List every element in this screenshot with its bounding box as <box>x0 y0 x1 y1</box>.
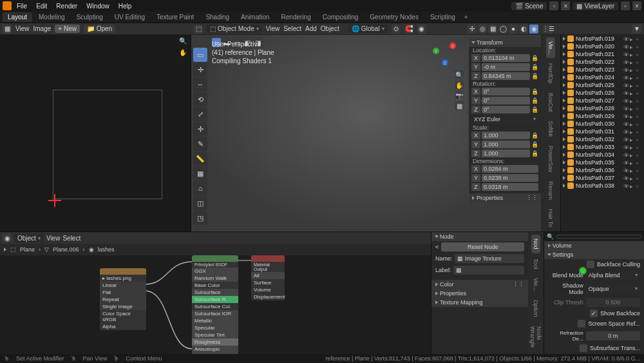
zoom-viewport-icon[interactable]: 🔍 <box>455 70 464 79</box>
transform-tool[interactable]: ✢ <box>193 122 207 136</box>
camera-vis-icon[interactable]: ▸ <box>630 52 636 57</box>
disable-icon[interactable]: ▫ <box>636 98 642 104</box>
camera-vis-icon[interactable]: ▸ <box>630 75 636 81</box>
vp-add-menu[interactable]: Add <box>305 25 317 32</box>
outliner-item[interactable]: NurbsPath.031👁▸▫ <box>561 128 644 135</box>
outliner[interactable]: NurbsPath.019👁▸▫NurbsPath.020👁▸▫NurbsPat… <box>560 35 644 231</box>
image-texture-node[interactable]: ▸ lashes.png Linear Flat Repeat Single I… <box>100 268 146 330</box>
disable-icon[interactable]: ▫ <box>636 36 642 42</box>
camera-vis-icon[interactable]: ▸ <box>630 67 636 73</box>
node-properties-header[interactable]: Properties <box>431 289 528 298</box>
orientation-dropdown[interactable]: 🌐 Global ▾ <box>348 25 388 33</box>
settings-header[interactable]: Settings <box>544 250 644 259</box>
disable-icon[interactable]: ▫ <box>636 121 642 127</box>
outliner-item[interactable]: NurbsPath.020👁▸▫ <box>561 43 644 50</box>
vtab-softkit[interactable]: Softkit <box>546 117 555 141</box>
nav-gizmo[interactable]: X Y Z <box>430 40 457 67</box>
menu-file[interactable]: File <box>13 1 31 11</box>
tab-modeling[interactable]: Modeling <box>33 12 70 22</box>
rot-y-field[interactable]: 0° <box>482 97 530 104</box>
outliner-item[interactable]: NurbsPath.036👁▸▫ <box>561 166 644 174</box>
eye-icon[interactable]: 👁 <box>623 75 629 81</box>
editor-type-3d-icon[interactable]: ⬚ <box>194 25 203 34</box>
properties-search-field[interactable] <box>556 235 641 239</box>
shader-editor-icon[interactable]: ◉ <box>3 233 12 242</box>
camera-vis-icon[interactable]: ▸ <box>630 129 636 135</box>
show-backface-checkbox[interactable] <box>590 309 598 317</box>
pan-viewport-icon[interactable]: ✋ <box>455 81 464 90</box>
dim-x-field[interactable]: 0.0284 m <box>482 165 538 173</box>
camera-vis-icon[interactable]: ▸ <box>630 44 636 50</box>
camera-vis-icon[interactable]: ▸ <box>630 113 636 119</box>
menu-help[interactable]: Help <box>115 1 136 11</box>
nvtab-tool[interactable]: Tool <box>531 255 540 273</box>
eye-icon[interactable]: 👁 <box>623 59 629 65</box>
scale-y-field[interactable]: 1.000 <box>482 141 530 148</box>
eye-icon[interactable]: 👁 <box>623 129 629 135</box>
snap-toggle-icon[interactable]: 🧲 <box>404 25 413 34</box>
shading-wireframe-icon[interactable]: ◯ <box>498 25 507 34</box>
tab-texture[interactable]: Texture Paint <box>151 12 199 22</box>
node-canvas[interactable]: ▸ lashes.png Linear Flat Repeat Single I… <box>0 255 431 363</box>
lock-icon[interactable]: 🔒 <box>531 132 538 139</box>
camera-vis-icon[interactable]: ▸ <box>630 121 636 127</box>
pivot-icon[interactable]: ⊙ <box>392 25 401 34</box>
outliner-item[interactable]: NurbsPath.038👁▸▫ <box>561 182 644 190</box>
shading-material-icon[interactable]: ◐ <box>519 25 528 34</box>
lock-icon[interactable]: 🔒 <box>531 64 538 70</box>
shading-rendered-icon[interactable]: ◉ <box>529 25 538 34</box>
eye-icon[interactable]: 👁 <box>623 183 629 189</box>
disable-icon[interactable]: ▫ <box>636 90 642 96</box>
lock-icon[interactable]: 🔒 <box>531 141 538 148</box>
disable-icon[interactable]: ▫ <box>636 59 642 65</box>
camera-vis-icon[interactable]: ▸ <box>630 36 636 42</box>
outliner-item[interactable]: NurbsPath.023👁▸▫ <box>561 66 644 74</box>
lock-icon[interactable]: 🔒 <box>531 88 538 95</box>
disable-icon[interactable]: ▫ <box>636 144 642 150</box>
subsurface-checkbox[interactable] <box>580 344 587 352</box>
shading-solid-icon[interactable]: ● <box>509 25 518 34</box>
node-name-field[interactable]: ▦ Image Texture <box>455 254 524 263</box>
outliner-item[interactable]: NurbsPath.026👁▸▫ <box>561 89 644 97</box>
gizmo-icon[interactable]: ✢ <box>468 25 477 34</box>
camera-vis-icon[interactable]: ▸ <box>630 59 636 65</box>
zoom-icon[interactable]: 🔍 <box>179 37 187 44</box>
disable-icon[interactable]: ▫ <box>636 152 642 158</box>
eye-icon[interactable]: 👁 <box>623 83 629 88</box>
vtab-view[interactable]: Vie... <box>546 37 555 58</box>
annotate-tool[interactable]: ✎ <box>193 137 207 151</box>
disable-icon[interactable]: ▫ <box>636 183 642 189</box>
eye-icon[interactable]: 👁 <box>623 121 629 127</box>
add-workspace-icon[interactable]: + <box>464 14 468 21</box>
camera-vis-icon[interactable]: ▸ <box>630 152 636 158</box>
vp-select-menu[interactable]: Select <box>283 25 301 32</box>
extra-tool-2[interactable]: ◫ <box>193 196 207 210</box>
camera-vis-icon[interactable]: ▸ <box>630 175 636 181</box>
proportional-icon[interactable]: ◉ <box>417 25 426 34</box>
filter-icon[interactable]: ▼ <box>632 25 641 34</box>
eye-icon[interactable]: 👁 <box>623 144 629 150</box>
scale-z-field[interactable]: 1.000 <box>482 150 530 157</box>
vp-object-menu[interactable]: Object <box>321 25 339 32</box>
disable-icon[interactable]: ▫ <box>636 52 642 57</box>
eye-icon[interactable]: 👁 <box>623 168 629 173</box>
volume-header[interactable]: Volume <box>544 241 644 250</box>
eye-icon[interactable]: 👁 <box>623 90 629 96</box>
outliner-item[interactable]: NurbsPath.034👁▸▫ <box>561 151 644 159</box>
overlay-icon[interactable]: ◎ <box>478 25 487 34</box>
camera-vis-icon[interactable]: ▸ <box>630 183 636 189</box>
outliner-item[interactable]: NurbsPath.027👁▸▫ <box>561 97 644 104</box>
ne-view-menu[interactable]: View <box>46 235 61 242</box>
disable-icon[interactable]: ▫ <box>636 83 642 88</box>
disable-icon[interactable]: ▫ <box>636 75 642 81</box>
measure-tool[interactable]: 📏 <box>193 152 207 166</box>
rotation-mode-dropdown[interactable]: XYZ Euler▾ <box>471 115 538 124</box>
outliner-item[interactable]: NurbsPath.028👁▸▫ <box>561 104 644 112</box>
disable-icon[interactable]: ▫ <box>636 44 642 50</box>
scene-selector[interactable]: 🎬 Scene <box>511 2 547 10</box>
principled-bsdf-node[interactable]: Principled BSDF GGX Random Walk Base Col… <box>192 255 238 363</box>
scale-x-field[interactable]: 1.000 <box>482 132 530 139</box>
eye-icon[interactable]: 👁 <box>623 67 629 73</box>
lock-icon[interactable]: 🔒 <box>531 55 538 61</box>
camera-vis-icon[interactable]: ▸ <box>630 98 636 104</box>
